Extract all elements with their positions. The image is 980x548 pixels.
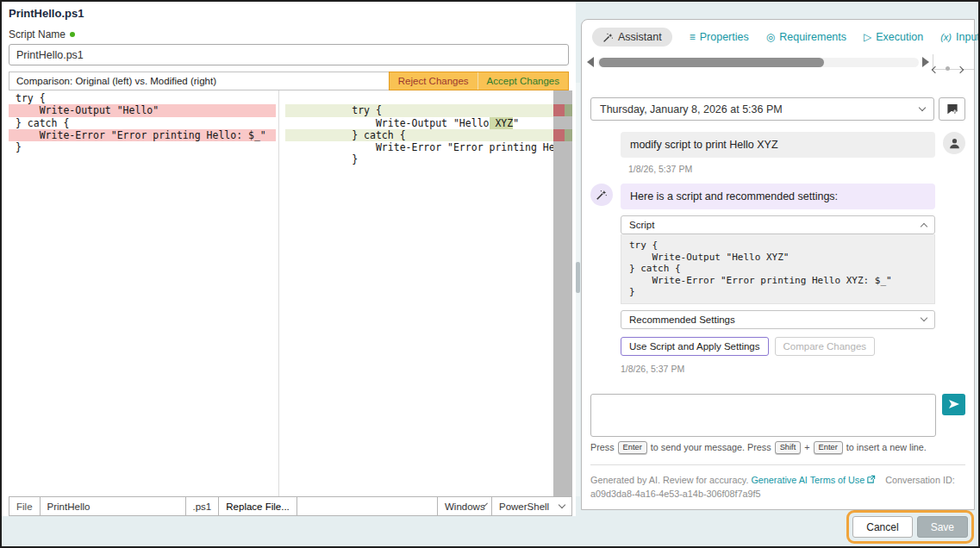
assistant-panel: Assistant ≡ Properties ◎ Requirements ▷ …: [581, 19, 975, 510]
required-indicator: [70, 32, 75, 37]
horizontal-scrollbar: [587, 54, 974, 70]
message-input[interactable]: [590, 394, 936, 437]
comparison-label: Comparison: Original (left) vs. Modified…: [9, 72, 389, 90]
target-icon: ◎: [766, 31, 775, 43]
diff-line: }: [9, 141, 276, 153]
terms-of-use-link[interactable]: Generative AI Terms of Use: [751, 475, 876, 485]
diff-original-pane[interactable]: try { Write-Output "Hello" } catch { Wri…: [9, 90, 276, 504]
file-extension-label: .ps1: [185, 496, 220, 516]
inline-change-highlight: XYZ: [490, 117, 514, 129]
script-code-block: try { Write-Output "Hello XYZ" } catch {…: [621, 234, 935, 304]
ai-disclaimer: Generated by AI. Review for accuracy. Ge…: [590, 473, 965, 501]
chat-area: Thursday, January 8, 2026 at 5:36 PM mod…: [582, 87, 974, 509]
tab-input[interactable]: (x) Input: [940, 31, 980, 43]
send-button[interactable]: [942, 394, 965, 415]
script-name-label: Script Name: [9, 28, 66, 40]
use-script-button[interactable]: Use Script and Apply Settings: [621, 337, 769, 356]
tab-assistant[interactable]: Assistant: [592, 28, 672, 47]
assistant-actions: Use Script and Apply Settings Compare Ch…: [621, 337, 935, 356]
diff-change-marker: [553, 104, 572, 116]
new-conversation-button[interactable]: [939, 97, 965, 121]
diff-view: try { Write-Output "Hello" } catch { Wri…: [9, 90, 576, 504]
compare-changes-button[interactable]: Compare Changes: [775, 337, 876, 356]
diff-change-marker: [553, 129, 572, 141]
panel-tabs: Assistant ≡ Properties ◎ Requirements ▷ …: [582, 20, 974, 51]
assistant-avatar: [590, 184, 613, 206]
os-select[interactable]: Windows: [437, 496, 492, 516]
dialog-actions-highlight: Cancel Save: [846, 510, 974, 544]
assistant-message-row: Here is a script and recommended setting…: [590, 184, 965, 209]
diff-actions-highlight: Reject Changes Accept Changes: [389, 72, 569, 90]
file-name-input[interactable]: [40, 496, 186, 516]
diff-line: try {: [285, 92, 553, 104]
scrollbar-thumb[interactable]: [576, 262, 580, 293]
tab-properties[interactable]: ≡ Properties: [690, 31, 749, 43]
user-message-bubble: modify script to print Hello XYZ: [621, 132, 935, 158]
chat-spacer: [590, 374, 965, 394]
scrollbar-track[interactable]: [597, 58, 919, 67]
divider: [590, 464, 965, 465]
settings-section-header[interactable]: Recommended Settings: [621, 310, 935, 329]
conversation-header: Thursday, January 8, 2026 at 5:36 PM: [590, 97, 965, 121]
user-message-row: modify script to print Hello XYZ: [590, 132, 965, 158]
next-conversation-icon[interactable]: [957, 59, 964, 77]
page-title: PrintHello.ps1: [2, 2, 576, 20]
conversation-pager: [932, 59, 964, 77]
chevron-down-icon: [559, 501, 565, 508]
diff-line-removed: Write-Output "Hello": [9, 104, 276, 116]
file-bar-spacer: [296, 496, 438, 516]
new-conversation-icon: [946, 103, 959, 115]
wand-icon: [596, 189, 608, 201]
enter-keycap: Enter: [618, 441, 647, 454]
enter-keycap: Enter: [814, 441, 843, 454]
reject-changes-button[interactable]: Reject Changes: [390, 72, 478, 90]
tab-requirements[interactable]: ◎ Requirements: [766, 31, 846, 43]
list-icon: ≡: [690, 31, 696, 43]
app-window: PrintHello.ps1 Script Name Comparison: O…: [0, 0, 980, 548]
scrollbar-thumb[interactable]: [599, 58, 824, 67]
comparison-toolbar: Comparison: Original (left) vs. Modified…: [9, 72, 569, 90]
assistant-message-bubble: Here is a script and recommended setting…: [621, 184, 935, 209]
chevron-down-icon: [919, 104, 926, 111]
shift-keycap: Shift: [775, 441, 802, 454]
composer-hint: Press Enter to send your message. Press …: [590, 441, 965, 454]
shell-select[interactable]: PowerShell: [491, 496, 572, 516]
user-message-time: 1/8/26, 5:37 PM: [628, 164, 965, 174]
assistant-message-time: 1/8/26, 5:37 PM: [621, 364, 935, 374]
chevron-up-icon: [921, 222, 927, 229]
accept-changes-button[interactable]: Accept Changes: [478, 72, 568, 90]
file-label: File: [9, 496, 41, 516]
conversation-select[interactable]: Thursday, January 8, 2026 at 5:36 PM: [590, 97, 934, 121]
play-icon: ▷: [864, 31, 871, 43]
pager-dot-icon: [946, 66, 950, 71]
scroll-left-arrow[interactable]: [587, 57, 594, 67]
diff-overview-ruler[interactable]: [553, 90, 572, 504]
save-button[interactable]: Save: [917, 516, 968, 538]
tab-execution[interactable]: ▷ Execution: [864, 31, 923, 43]
diff-line: } catch {: [9, 117, 276, 129]
external-link-icon: [866, 475, 876, 484]
wand-icon: [602, 32, 614, 43]
chevron-down-icon: [921, 314, 927, 321]
prev-conversation-icon[interactable]: [932, 59, 939, 77]
script-section-header[interactable]: Script: [621, 215, 935, 234]
script-editor-section: PrintHello.ps1 Script Name Comparison: O…: [2, 2, 576, 516]
message-composer: [590, 394, 965, 437]
cancel-button[interactable]: Cancel: [852, 516, 912, 538]
pane-divider: [278, 90, 285, 504]
send-icon: [948, 399, 960, 409]
person-icon: [948, 137, 961, 150]
vertical-scrollbar[interactable]: [576, 83, 580, 496]
user-avatar: [943, 132, 965, 154]
variable-icon: (x): [940, 32, 952, 42]
script-name-input[interactable]: [9, 44, 569, 65]
diff-line-removed: Write-Error "Error printing Hello: $_": [9, 129, 276, 141]
script-name-label-row: Script Name: [2, 20, 576, 44]
file-toolbar: File .ps1 Replace File... Windows PowerS…: [9, 496, 572, 516]
replace-file-button[interactable]: Replace File...: [218, 496, 297, 516]
scroll-right-arrow[interactable]: [922, 57, 929, 67]
assistant-attachments: Script try { Write-Output "Hello XYZ" } …: [621, 215, 935, 374]
diff-modified-pane[interactable]: try { Write-Output "Hello XYZ" } catch {…: [285, 90, 553, 504]
diff-line: try {: [9, 92, 276, 104]
